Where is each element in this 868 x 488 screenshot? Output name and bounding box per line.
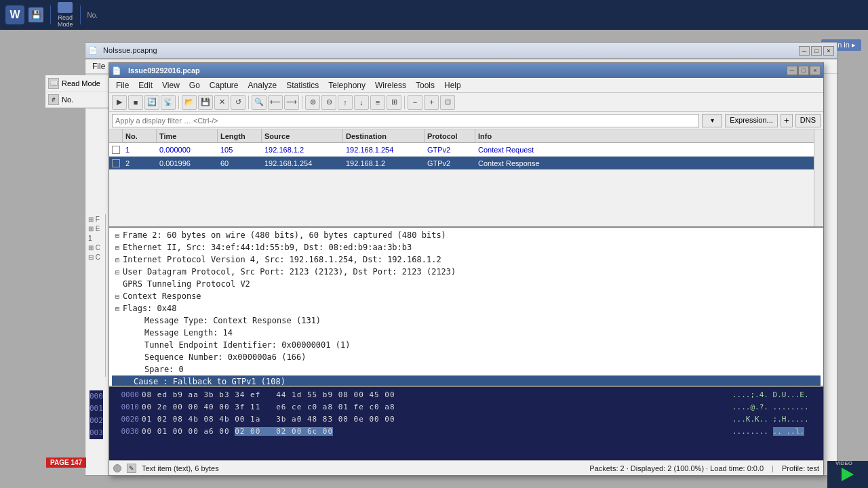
detail-udp[interactable]: ⊞ User Datagram Protocol, Src Port: 2123…	[112, 266, 821, 278]
toolbar-colorize-btn[interactable]: ⊕	[305, 95, 320, 110]
toolbar-expand-all-btn[interactable]: −	[408, 95, 422, 110]
packet-list-scrollbar[interactable]	[814, 129, 823, 226]
toolbar-resize-cols-btn[interactable]: ⊞	[387, 95, 401, 110]
toolbar-zoom-in-btn[interactable]: ↑	[338, 95, 353, 110]
packet-row[interactable]: 2 0.001996 60 192.168.1.254 192.168.1.2 …	[109, 157, 823, 170]
toolbar-restart-btn[interactable]: 🔄	[144, 95, 159, 110]
toolbar-auto-scroll-btn[interactable]: ⊖	[321, 95, 336, 110]
main-maximize-btn[interactable]: □	[798, 66, 809, 75]
menu-statistics[interactable]: Statistics	[282, 79, 323, 92]
menu-file[interactable]: File	[112, 79, 133, 92]
tree-node-5[interactable]: ⊟ C	[88, 253, 104, 261]
toolbar-normal-size-btn[interactable]: ≡	[370, 95, 385, 110]
hex-linenum-3: 003	[90, 427, 103, 439]
expand-ethernet-icon[interactable]: ⊞	[112, 244, 123, 251]
toolbar-forward-btn[interactable]: ⟶	[284, 95, 299, 110]
filter-add-button[interactable]: +	[781, 114, 793, 127]
pkt1-destination: 192.168.1.254	[343, 143, 425, 156]
save-icon[interactable]: 💾	[28, 7, 43, 22]
menu-go[interactable]: Go	[185, 79, 204, 92]
toolbar-sep-2	[248, 96, 249, 109]
detail-spare[interactable]: ─ Spare: 0	[112, 363, 821, 375]
word-app-icon[interactable]: W	[5, 5, 24, 24]
header-destination[interactable]: Destination	[343, 129, 425, 142]
pkt2-check[interactable]	[109, 157, 123, 169]
packet-row[interactable]: 1 0.000000 105 192.168.1.2 192.168.1.254…	[109, 143, 823, 157]
start-icon: ▶	[117, 98, 122, 106]
header-source[interactable]: Source	[262, 129, 343, 142]
toolbar-save-btn[interactable]: 💾	[198, 95, 213, 110]
detail-flags[interactable]: ⊞ Flags: 0x48	[112, 302, 821, 314]
menu-tools[interactable]: Tools	[412, 79, 439, 92]
os-topbar: W 💾 Read Mode No.	[0, 0, 868, 30]
detail-gprs[interactable]: ─ GPRS Tunneling Protocol V2	[112, 278, 821, 290]
menu-wireless[interactable]: Wireless	[371, 79, 410, 92]
detail-context-response[interactable]: ⊟ Context Response	[112, 290, 821, 302]
main-minimize-btn[interactable]: ─	[787, 66, 797, 75]
bg-window-controls[interactable]: ─ □ ×	[799, 46, 834, 56]
detail-ethernet[interactable]: ⊞ Ethernet II, Src: 34:ef:44:1d:55:b9, D…	[112, 241, 821, 253]
detail-ip[interactable]: ⊞ Internet Protocol Version 4, Src: 192.…	[112, 253, 821, 266]
detail-ip-text: Internet Protocol Version 4, Src: 192.16…	[123, 255, 441, 264]
toolbar-reload-btn[interactable]: ↺	[231, 95, 245, 110]
find-icon: 🔍	[254, 98, 264, 106]
main-close-btn[interactable]: ×	[810, 66, 821, 75]
expand-frame-icon[interactable]: ⊞	[112, 232, 123, 239]
toolbar-capture-opts-btn[interactable]: 📡	[161, 95, 176, 110]
expand-ip-icon[interactable]: ⊞	[112, 256, 123, 264]
bg-maximize-btn[interactable]: □	[811, 46, 822, 56]
sidebar-no-btn[interactable]: # No.	[45, 92, 111, 108]
toolbar-close-btn[interactable]: ✕	[214, 95, 229, 110]
tree-node-1[interactable]: ⊞ F	[88, 216, 104, 223]
bg-menu-file[interactable]: File	[88, 60, 109, 73]
expand-seq-icon: ─	[112, 354, 123, 361]
filter-input[interactable]	[112, 114, 699, 127]
expand-context-icon[interactable]: ⊟	[112, 293, 123, 300]
detail-msg-type[interactable]: ─ Message Type: Context Response (131)	[112, 314, 821, 327]
header-no[interactable]: No.	[123, 129, 157, 142]
tree-node-3[interactable]: 1	[88, 235, 104, 242]
header-protocol[interactable]: Protocol	[425, 129, 475, 142]
tree-node-4[interactable]: ⊞ C	[88, 244, 104, 251]
expand-udp-icon[interactable]: ⊞	[112, 268, 123, 276]
pkt2-source: 192.168.1.254	[262, 157, 343, 169]
pkt2-time: 0.001996	[157, 157, 218, 169]
menu-edit[interactable]: Edit	[134, 79, 157, 92]
tree-node-2[interactable]: ⊞ E	[88, 225, 104, 232]
menu-analyze[interactable]: Analyze	[244, 79, 281, 92]
detail-seq[interactable]: ─ Sequence Number: 0x000000a6 (166)	[112, 351, 821, 363]
dns-button[interactable]: DNS	[795, 114, 821, 127]
detail-teid[interactable]: ─ Tunnel Endpoint Identifier: 0x00000001…	[112, 339, 821, 351]
sidebar-read-btn[interactable]: 📖 Read Mode	[45, 75, 111, 92]
menu-view[interactable]: View	[158, 79, 184, 92]
expression-button[interactable]: Expression...	[725, 114, 778, 127]
logo-area: VIDEO	[827, 461, 868, 488]
detail-msg-len[interactable]: ─ Message Length: 14	[112, 327, 821, 339]
toolbar-stop-btn[interactable]: ■	[128, 95, 143, 110]
menu-capture[interactable]: Capture	[205, 79, 243, 92]
expand-flags-icon[interactable]: ⊞	[112, 305, 123, 312]
header-length[interactable]: Length	[218, 129, 262, 142]
header-info[interactable]: Info	[475, 129, 823, 142]
detail-frame[interactable]: ⊞ Frame 2: 60 bytes on wire (480 bits), …	[112, 229, 821, 241]
play-button[interactable]	[842, 468, 854, 481]
toolbar-collapse-all-btn[interactable]: ＋	[424, 95, 439, 110]
read-mode-button[interactable]: Read Mode	[58, 2, 73, 28]
detail-cause[interactable]: ⊞ Cause : Fallback to GTPv1 (108)	[112, 375, 821, 387]
toolbar-pkt-diagram-btn[interactable]: ⊡	[440, 95, 455, 110]
detail-flags-text: Flags: 0x48	[123, 304, 176, 313]
toolbar-back-btn[interactable]: ⟵	[268, 95, 283, 110]
filter-dropdown[interactable]: ▾	[702, 114, 722, 127]
toolbar-zoom-out-btn[interactable]: ↓	[354, 95, 369, 110]
toolbar-start-btn[interactable]: ▶	[112, 95, 127, 110]
header-time[interactable]: Time	[157, 129, 218, 142]
pkt1-check[interactable]	[109, 143, 123, 156]
main-window-controls[interactable]: ─ □ ×	[787, 66, 821, 75]
bg-minimize-btn[interactable]: ─	[799, 46, 810, 56]
menu-telephony[interactable]: Telephony	[324, 79, 370, 92]
bg-close-btn[interactable]: ×	[823, 46, 834, 56]
toolbar-open-btn[interactable]: 📂	[182, 95, 197, 110]
toolbar-find-btn[interactable]: 🔍	[252, 95, 267, 110]
menu-help[interactable]: Help	[440, 79, 465, 92]
expand-cause-icon[interactable]: ⊞	[112, 378, 123, 386]
